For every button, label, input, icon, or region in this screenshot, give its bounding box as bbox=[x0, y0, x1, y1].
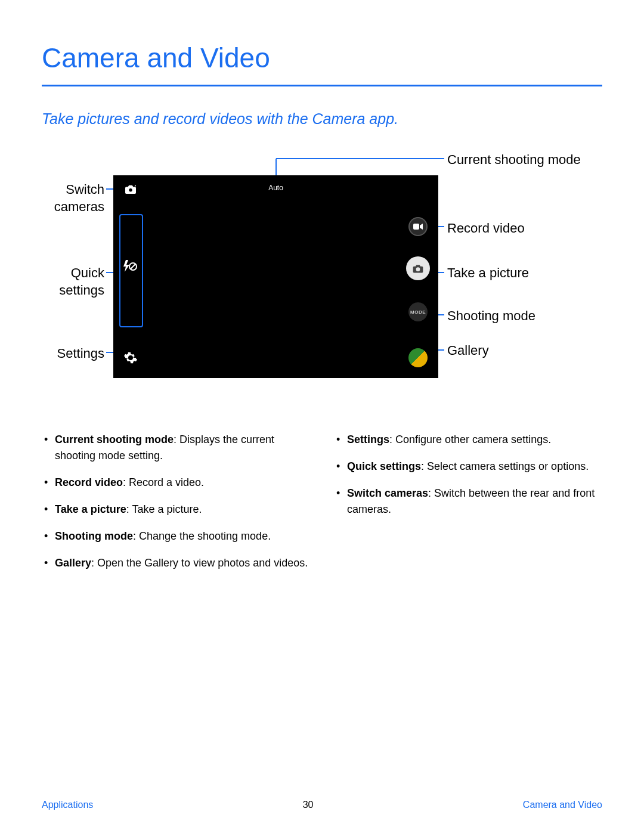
page-footer: Applications 30 Camera and Video bbox=[42, 800, 602, 810]
callout-shooting-mode: Shooting mode bbox=[447, 308, 535, 325]
svg-line-10 bbox=[131, 264, 135, 269]
bullet-item: Switch cameras: Switch between the rear … bbox=[334, 485, 602, 518]
flash-off-icon[interactable] bbox=[122, 259, 138, 275]
callout-record-video: Record video bbox=[447, 220, 525, 237]
bullet-item: Quick settings: Select camera settings o… bbox=[334, 459, 602, 475]
footer-page-number: 30 bbox=[303, 800, 314, 810]
gallery-button[interactable] bbox=[408, 348, 428, 367]
settings-gear-icon[interactable] bbox=[123, 351, 138, 367]
bullet-item: Shooting mode: Change the shooting mode. bbox=[42, 528, 310, 544]
right-column: Settings: Configure other camera setting… bbox=[334, 432, 602, 582]
page-subtitle: Take pictures and record videos with the… bbox=[42, 110, 602, 128]
callout-switch-cameras: Switch cameras bbox=[42, 181, 104, 215]
bullet-item: Settings: Configure other camera setting… bbox=[334, 432, 602, 448]
switch-camera-icon[interactable] bbox=[124, 184, 137, 197]
callout-quick-settings: Quick settings bbox=[42, 265, 104, 299]
camera-diagram: Switch cameras Quick settings Settings C… bbox=[42, 151, 602, 408]
footer-left: Applications bbox=[42, 800, 93, 810]
page-title: Camera and Video bbox=[42, 42, 602, 74]
camera-viewfinder: Auto MODE bbox=[113, 175, 438, 378]
svg-rect-11 bbox=[413, 224, 419, 230]
shooting-mode-button[interactable]: MODE bbox=[408, 302, 428, 321]
svg-point-12 bbox=[416, 267, 420, 271]
take-picture-button[interactable] bbox=[406, 256, 430, 280]
record-video-button[interactable] bbox=[408, 217, 428, 236]
footer-right: Camera and Video bbox=[523, 800, 602, 810]
bullet-item: Current shooting mode: Displays the curr… bbox=[42, 432, 310, 464]
callout-current-mode: Current shooting mode bbox=[447, 151, 614, 169]
bullet-item: Gallery: Open the Gallery to view photos… bbox=[42, 555, 310, 571]
description-columns: Current shooting mode: Displays the curr… bbox=[42, 432, 602, 582]
current-mode-label: Auto bbox=[268, 184, 283, 192]
callout-take-picture: Take a picture bbox=[447, 265, 529, 282]
callout-gallery: Gallery bbox=[447, 342, 489, 360]
bullet-item: Record video: Record a video. bbox=[42, 475, 310, 491]
bullet-item: Take a picture: Take a picture. bbox=[42, 501, 310, 518]
left-column: Current shooting mode: Displays the curr… bbox=[42, 432, 310, 582]
title-rule bbox=[42, 85, 602, 86]
callout-settings: Settings bbox=[42, 345, 104, 363]
